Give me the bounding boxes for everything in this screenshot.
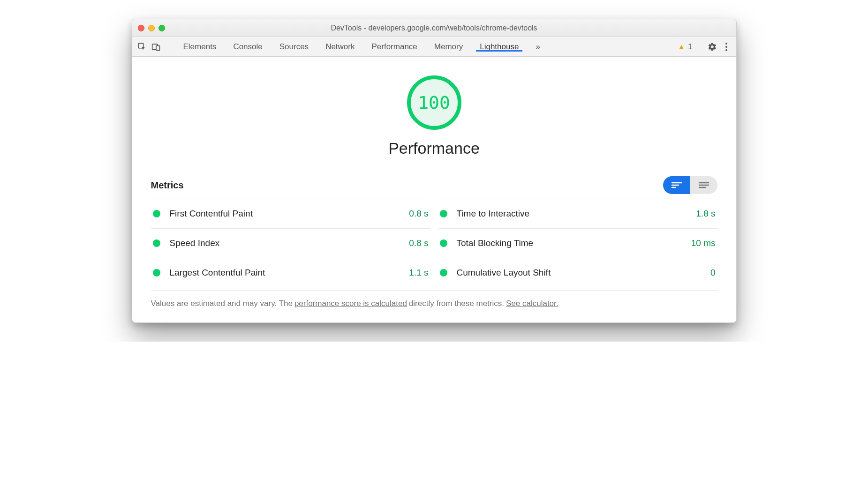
- toolbar-right: ▲ 1: [673, 37, 733, 56]
- svg-point-3: [725, 43, 727, 45]
- performance-score-gauge: 100: [407, 75, 461, 130]
- toolbar-left: Elements Console Sources Network Perform…: [135, 37, 549, 56]
- metric-tbt[interactable]: Total Blocking Time 10 ms: [438, 228, 717, 258]
- close-window-button[interactable]: [138, 25, 144, 31]
- window-controls: [138, 25, 165, 31]
- metric-cls[interactable]: Cumulative Layout Shift 0: [438, 258, 717, 287]
- more-menu-icon[interactable]: [719, 37, 733, 57]
- status-dot-icon: [440, 239, 447, 247]
- footnote-text: directly from these metrics.: [409, 299, 504, 308]
- link-see-calculator[interactable]: See calculator.: [506, 299, 559, 308]
- metric-value: 0.8 s: [409, 209, 428, 219]
- svg-rect-2: [156, 45, 160, 50]
- svg-point-5: [725, 49, 727, 51]
- tab-performance[interactable]: Performance: [363, 42, 425, 52]
- metric-label: Speed Index: [170, 238, 409, 248]
- metric-label: Cumulative Layout Shift: [457, 268, 710, 278]
- tab-memory[interactable]: Memory: [426, 42, 471, 52]
- tab-network[interactable]: Network: [317, 42, 363, 52]
- tab-console[interactable]: Console: [225, 42, 271, 52]
- metric-value: 0.8 s: [409, 238, 428, 248]
- devtools-window: DevTools - developers.google.com/web/too…: [132, 19, 737, 323]
- view-condensed-button[interactable]: [663, 176, 690, 194]
- metric-fcp[interactable]: First Contentful Paint 0.8 s: [151, 199, 430, 228]
- titlebar: DevTools - developers.google.com/web/too…: [132, 19, 736, 37]
- metric-value: 10 ms: [691, 238, 716, 248]
- metric-value: 1.1 s: [409, 268, 428, 278]
- metrics-heading: Metrics: [151, 180, 184, 191]
- window-title: DevTools - developers.google.com/web/too…: [132, 24, 736, 32]
- metric-lcp[interactable]: Largest Contentful Paint 1.1 s: [151, 258, 430, 287]
- metric-value: 0: [710, 268, 716, 278]
- performance-score-value: 100: [418, 92, 450, 113]
- metric-value: 1.8 s: [696, 209, 715, 219]
- inspect-element-icon[interactable]: [135, 37, 149, 57]
- status-dot-icon: [153, 269, 160, 276]
- lighthouse-report: 100 Performance Metrics: [132, 57, 736, 322]
- svg-point-4: [725, 46, 727, 48]
- status-dot-icon: [440, 269, 447, 276]
- minimize-window-button[interactable]: [148, 25, 155, 31]
- device-toolbar-icon[interactable]: [149, 37, 163, 57]
- footnote-text: Values are estimated and may vary. The: [151, 299, 293, 308]
- score-gauge-section: 100 Performance: [151, 75, 717, 157]
- category-title: Performance: [388, 139, 480, 157]
- status-dot-icon: [440, 210, 447, 217]
- metric-label: Largest Contentful Paint: [170, 268, 409, 278]
- tab-sources[interactable]: Sources: [271, 42, 317, 52]
- tab-lighthouse[interactable]: Lighthouse: [471, 42, 527, 52]
- metrics-footnote: Values are estimated and may vary. The p…: [151, 290, 717, 308]
- metrics-header: Metrics: [151, 176, 717, 194]
- link-score-calculated[interactable]: performance score is calculated: [294, 299, 407, 308]
- metrics-view-toggle: [663, 176, 717, 194]
- status-dot-icon: [153, 210, 160, 217]
- status-dot-icon: [153, 239, 160, 247]
- metric-tti[interactable]: Time to Interactive 1.8 s: [438, 199, 717, 228]
- panel-tabs: Elements Console Sources Network Perform…: [175, 42, 549, 52]
- metrics-grid: First Contentful Paint 0.8 s Time to Int…: [151, 199, 717, 287]
- view-expanded-button[interactable]: [690, 176, 717, 194]
- metric-label: Total Blocking Time: [457, 238, 691, 248]
- warning-icon: ▲: [678, 43, 685, 51]
- metric-si[interactable]: Speed Index 0.8 s: [151, 228, 430, 258]
- settings-icon[interactable]: [705, 37, 719, 57]
- devtools-toolbar: Elements Console Sources Network Perform…: [132, 37, 736, 57]
- warning-count: 1: [688, 42, 692, 52]
- metric-label: First Contentful Paint: [170, 209, 409, 219]
- tab-elements[interactable]: Elements: [175, 42, 225, 52]
- maximize-window-button[interactable]: [159, 25, 165, 31]
- tabs-overflow-button[interactable]: »: [527, 42, 548, 52]
- metric-label: Time to Interactive: [457, 209, 696, 219]
- warnings-badge[interactable]: ▲ 1: [673, 42, 697, 52]
